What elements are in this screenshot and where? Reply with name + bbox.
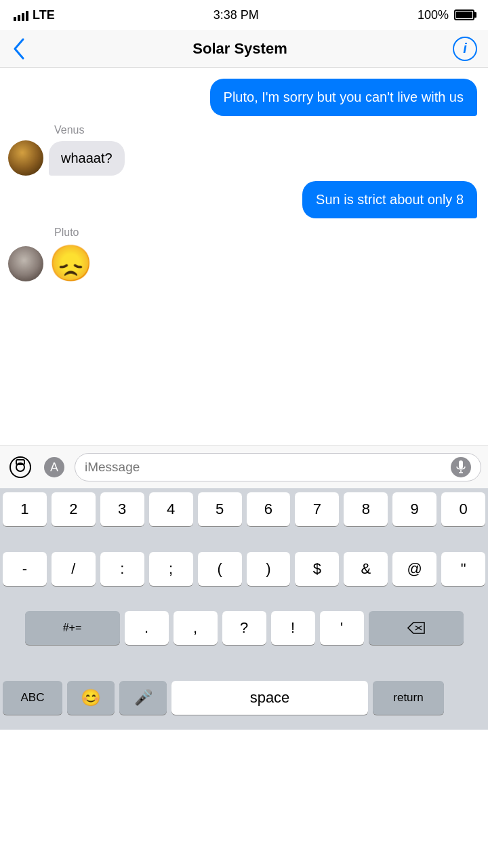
mic-button[interactable] [451, 457, 471, 477]
key-8[interactable]: 8 [344, 492, 388, 526]
key-dash[interactable]: - [3, 552, 47, 586]
input-bar: A [0, 445, 488, 488]
battery-icon [454, 9, 474, 20]
key-9[interactable]: 9 [392, 492, 436, 526]
keyboard-row-numbers: 1 2 3 4 5 6 7 8 9 0 [0, 488, 488, 548]
bubble-received-venus: whaaat? [49, 141, 125, 176]
key-space[interactable]: space [171, 681, 368, 715]
bubble-sent-2: Sun is strict about only 8 [302, 181, 477, 218]
key-emoji[interactable]: 😊 [67, 681, 115, 715]
key-period[interactable]: . [125, 611, 169, 645]
nav-bar: Solar System i [0, 30, 488, 68]
key-at[interactable]: @ [392, 552, 436, 586]
key-rparen[interactable]: ) [247, 552, 291, 586]
message-text: whaaat? [61, 151, 113, 165]
sender-label-venus: Venus [0, 119, 488, 138]
message-row-sent: Pluto, I'm sorry but you can't live with… [0, 76, 488, 119]
svg-text:A: A [50, 460, 58, 474]
camera-button[interactable] [7, 454, 34, 481]
key-comma[interactable]: , [174, 611, 218, 645]
status-time: 3:38 PM [214, 8, 259, 22]
key-semicolon[interactable]: ; [149, 552, 193, 586]
keyboard-row-special: #+= . , ? ! ' [0, 607, 488, 667]
message-row-venus: whaaat? [0, 138, 488, 178]
nav-title: Solar System [192, 40, 287, 58]
status-right: 100% [418, 8, 474, 22]
message-row-sent-2: Sun is strict about only 8 [0, 178, 488, 221]
key-colon[interactable]: : [100, 552, 144, 586]
status-left: LTE [14, 8, 55, 22]
chat-area: Pluto, I'm sorry but you can't live with… [0, 68, 488, 445]
signal-bar-4 [26, 11, 28, 21]
info-button[interactable]: i [453, 37, 477, 61]
battery-percent: 100% [418, 8, 449, 22]
message-text: Sun is strict about only 8 [316, 192, 464, 207]
svg-rect-5 [459, 460, 463, 469]
key-backspace[interactable] [369, 611, 464, 645]
signal-bar-2 [18, 15, 20, 21]
key-3[interactable]: 3 [100, 492, 144, 526]
back-button[interactable] [11, 37, 27, 61]
key-1[interactable]: 1 [3, 492, 47, 526]
message-input[interactable] [85, 460, 451, 475]
pluto-emoji: 😞 [49, 243, 93, 284]
key-7[interactable]: 7 [295, 492, 339, 526]
avatar-pluto [8, 246, 43, 281]
key-return[interactable]: return [373, 681, 444, 715]
keyboard-row-symbols: - / : ; ( ) $ & @ " [0, 548, 488, 608]
key-0[interactable]: 0 [441, 492, 485, 526]
key-ampersand[interactable]: & [344, 552, 388, 586]
key-apostrophe[interactable]: ' [320, 611, 364, 645]
key-lparen[interactable]: ( [198, 552, 242, 586]
key-question[interactable]: ? [222, 611, 266, 645]
sender-label-pluto: Pluto [0, 221, 488, 240]
message-row-pluto: 😞 [0, 240, 488, 287]
message-input-wrap[interactable] [75, 453, 481, 481]
keyboard-row-bottom: ABC 😊 🎤 space return [0, 667, 488, 730]
keyboard: 1 2 3 4 5 6 7 8 9 0 - / : ; ( ) $ & @ " … [0, 488, 488, 730]
key-2[interactable]: 2 [52, 492, 96, 526]
signal-bars [14, 9, 28, 21]
key-slash[interactable]: / [52, 552, 96, 586]
key-6[interactable]: 6 [247, 492, 291, 526]
key-abc[interactable]: ABC [3, 681, 62, 715]
status-bar: LTE 3:38 PM 100% [0, 0, 488, 30]
bubble-sent: Pluto, I'm sorry but you can't live with… [210, 79, 477, 116]
key-dollar[interactable]: $ [295, 552, 339, 586]
appstore-button[interactable]: A [41, 454, 68, 481]
key-4[interactable]: 4 [149, 492, 193, 526]
key-quote[interactable]: " [441, 552, 485, 586]
key-mic[interactable]: 🎤 [119, 681, 167, 715]
carrier-label: LTE [33, 8, 55, 22]
message-text: Pluto, I'm sorry but you can't live with… [224, 90, 464, 104]
info-icon: i [463, 41, 467, 56]
key-5[interactable]: 5 [198, 492, 242, 526]
key-exclaim[interactable]: ! [271, 611, 315, 645]
signal-bar-1 [14, 17, 16, 21]
signal-bar-3 [22, 13, 24, 21]
avatar-venus [8, 140, 43, 176]
key-hashplus[interactable]: #+= [25, 611, 120, 645]
